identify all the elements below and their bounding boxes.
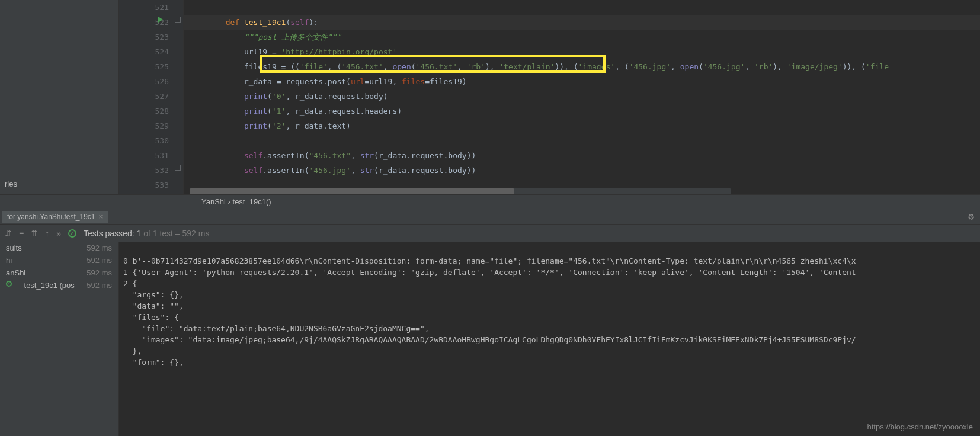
tree-row[interactable]: hi592 ms: [0, 254, 118, 267]
line-number: 533: [119, 178, 171, 193]
test-toolbar: ⇵ ≡ ⇈ ↑ » ✓ Tests passed: 1 of 1 test – …: [0, 224, 980, 242]
tree-row[interactable]: sults592 ms: [0, 242, 118, 254]
watermark: https://blog.csdn.net/zyooooxie: [867, 421, 973, 432]
line-number: 528: [119, 104, 171, 118]
breadcrumb-class[interactable]: YanShi: [201, 197, 226, 206]
scrollbar-thumb[interactable]: [190, 188, 514, 194]
code-editor[interactable]: def test_19c1(self): """post_上传多个文件""" u…: [184, 0, 980, 194]
line-number: 523: [119, 30, 171, 44]
run-tab[interactable]: for yanshi.YanShi.test_19c1 ×: [2, 211, 108, 223]
line-number: 527: [119, 89, 171, 104]
filter-icon[interactable]: ≡: [19, 229, 24, 238]
line-number: 525: [119, 59, 171, 74]
tree-row[interactable]: anShi592 ms: [0, 267, 118, 279]
test-tree[interactable]: sults592 ms hi592 ms anShi592 ms ✓ test_…: [0, 242, 119, 436]
line-number: 530: [119, 133, 171, 148]
line-number: 529: [119, 118, 171, 133]
run-tab-bar: for yanshi.YanShi.test_19c1 × ⚙: [0, 209, 980, 224]
line-number: 521: [119, 0, 171, 15]
horizontal-scrollbar[interactable]: [190, 188, 731, 194]
close-icon[interactable]: ×: [99, 213, 103, 221]
pass-icon: ✓: [68, 229, 76, 238]
line-number: 531: [119, 148, 171, 163]
project-item[interactable]: ries: [0, 178, 118, 190]
line-number: 524: [119, 44, 171, 59]
collapse-icon[interactable]: ⇈: [31, 229, 38, 238]
gear-icon[interactable]: ⚙: [968, 211, 974, 222]
breadcrumb-method[interactable]: test_19c1(): [233, 197, 271, 206]
fold-end-icon[interactable]: [175, 165, 181, 171]
tree-row[interactable]: ✓ test_19c1 (pos592 ms: [0, 279, 118, 291]
project-panel[interactable]: ries: [0, 0, 119, 194]
fold-icon[interactable]: −: [175, 17, 181, 23]
more-icon[interactable]: »: [56, 229, 61, 238]
run-test-icon[interactable]: [158, 17, 163, 23]
up-icon[interactable]: ↑: [45, 229, 49, 238]
sort-icon[interactable]: ⇵: [5, 229, 12, 238]
run-tab-label: for yanshi.YanShi.test_19c1: [7, 213, 95, 221]
breadcrumb[interactable]: YanShi › test_19c1(): [0, 194, 980, 209]
line-number: 526: [119, 74, 171, 89]
gutter: 521 522 523 524 525 526 527 528 529 530 …: [119, 0, 184, 194]
line-number: 532: [119, 163, 171, 178]
console-output[interactable]: 0 b'--0b7114327d9e107a56823857ee104d66\r…: [119, 242, 980, 436]
test-status: Tests passed: 1 of 1 test – 592 ms: [84, 229, 209, 238]
